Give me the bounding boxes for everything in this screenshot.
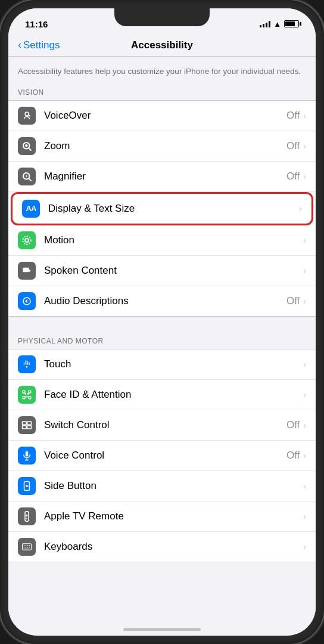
touch-icon <box>18 355 36 373</box>
audio-chevron-icon: › <box>303 296 306 306</box>
faceid-chevron-icon: › <box>303 390 306 400</box>
zoom-label: Zoom <box>44 140 286 152</box>
phone-frame: 11:16 ▲ ‹ Settings Accessibility <box>0 0 324 644</box>
home-indicator <box>123 628 201 631</box>
svg-rect-18 <box>23 422 27 425</box>
zoom-icon <box>18 137 36 155</box>
magnifier-chevron-icon: › <box>303 172 306 181</box>
sidebutton-label: Side Button <box>44 480 303 492</box>
faceid-icon <box>18 386 36 404</box>
svg-point-1 <box>29 114 30 116</box>
svg-line-3 <box>29 148 31 150</box>
wifi-icon: ▲ <box>273 20 281 29</box>
sidebutton-chevron-icon: › <box>303 481 306 491</box>
svg-point-0 <box>25 112 29 116</box>
svg-rect-22 <box>26 451 29 456</box>
svg-point-10 <box>23 236 31 244</box>
battery-icon <box>284 20 299 27</box>
page-title: Accessibility <box>131 39 193 51</box>
settings-row-switch[interactable]: Switch Control Off › <box>8 410 316 441</box>
voice-chevron-icon: › <box>303 451 306 460</box>
svg-rect-17 <box>29 397 31 399</box>
magnifier-icon <box>18 168 36 185</box>
svg-rect-19 <box>27 422 32 425</box>
status-icons: ▲ <box>260 20 299 29</box>
sidebutton-icon <box>18 477 36 495</box>
settings-row-motion[interactable]: Motion › <box>8 225 316 256</box>
motion-label: Motion <box>44 234 303 246</box>
switch-value: Off <box>286 419 300 431</box>
voiceover-value: Off <box>286 110 300 122</box>
voiceover-label: VoiceOver <box>44 110 286 122</box>
settings-row-keyboards[interactable]: Keyboards › <box>8 532 316 562</box>
spacer-1 <box>8 317 316 333</box>
svg-rect-14 <box>23 391 25 393</box>
display-chevron-icon: › <box>299 204 302 213</box>
spacer-2 <box>8 562 316 579</box>
svg-point-9 <box>25 239 29 242</box>
svg-point-25 <box>26 515 28 516</box>
touch-chevron-icon: › <box>303 360 306 369</box>
section-header-physical: PHYSICAL AND MOTOR <box>8 333 316 349</box>
svg-rect-11 <box>23 268 29 273</box>
description-text: Accessibility features help you customiz… <box>18 66 306 78</box>
svg-point-12 <box>25 394 26 395</box>
svg-point-13 <box>28 394 29 395</box>
keyboards-chevron-icon: › <box>303 542 306 552</box>
motion-icon <box>18 231 36 249</box>
phone-screen: 11:16 ▲ ‹ Settings Accessibility <box>8 8 316 636</box>
spoken-icon <box>18 262 36 280</box>
switch-chevron-icon: › <box>303 420 306 430</box>
content-area: Accessibility features help you customiz… <box>8 57 316 624</box>
voice-icon <box>18 447 36 465</box>
settings-row-audio[interactable]: Audio Descriptions Off › <box>8 286 316 316</box>
svg-rect-15 <box>29 391 31 393</box>
appletv-icon <box>18 507 36 525</box>
audio-value: Off <box>286 295 300 307</box>
voice-label: Voice Control <box>44 450 286 462</box>
settings-row-zoom[interactable]: Zoom Off › <box>8 131 316 162</box>
settings-row-voiceover[interactable]: VoiceOver Off › <box>8 101 316 131</box>
back-chevron-icon: ‹ <box>18 39 21 51</box>
signal-icon <box>260 20 270 27</box>
settings-row-faceid[interactable]: Face ID & Attention › <box>8 380 316 410</box>
audio-label: Audio Descriptions <box>44 295 286 307</box>
zoom-chevron-icon: › <box>303 141 306 151</box>
voiceover-chevron-icon: › <box>303 111 306 120</box>
back-label: Settings <box>23 39 60 51</box>
svg-line-7 <box>29 178 31 181</box>
appletv-chevron-icon: › <box>303 512 306 521</box>
vision-group: VoiceOver Off › Zoom Off <box>8 100 316 317</box>
spoken-label: Spoken Content <box>44 265 303 277</box>
keyboards-label: Keyboards <box>44 541 303 553</box>
svg-rect-20 <box>23 426 27 429</box>
notch <box>114 8 210 26</box>
motion-chevron-icon: › <box>303 236 306 245</box>
zoom-value: Off <box>286 140 300 152</box>
settings-row-spoken[interactable]: Spoken Content › <box>8 256 316 286</box>
audio-icon <box>18 292 36 310</box>
status-time: 11:16 <box>25 19 48 29</box>
settings-row-touch[interactable]: Touch › <box>8 349 316 380</box>
appletv-label: Apple TV Remote <box>44 510 303 522</box>
settings-row-display[interactable]: AA Display & Text Size › <box>11 192 313 225</box>
settings-row-voice[interactable]: Voice Control Off › <box>8 441 316 471</box>
svg-rect-21 <box>27 426 32 429</box>
back-button[interactable]: ‹ Settings <box>18 39 60 51</box>
settings-row-sidebutton[interactable]: Side Button › <box>8 471 316 501</box>
svg-rect-16 <box>23 397 25 399</box>
settings-row-magnifier[interactable]: Magnifier Off › <box>8 162 316 192</box>
switch-label: Switch Control <box>44 419 286 431</box>
keyboards-icon <box>18 538 36 556</box>
touch-label: Touch <box>44 358 303 370</box>
magnifier-label: Magnifier <box>44 171 286 182</box>
faceid-label: Face ID & Attention <box>44 389 303 401</box>
navigation-bar: ‹ Settings Accessibility <box>8 35 316 57</box>
display-icon: AA <box>22 200 40 218</box>
settings-row-appletv[interactable]: Apple TV Remote › <box>8 501 316 532</box>
voiceover-icon <box>18 107 36 125</box>
voice-value: Off <box>286 450 300 462</box>
description-section: Accessibility features help you customiz… <box>8 57 316 85</box>
switch-icon <box>18 416 36 434</box>
physical-group: Touch › <box>8 349 316 562</box>
